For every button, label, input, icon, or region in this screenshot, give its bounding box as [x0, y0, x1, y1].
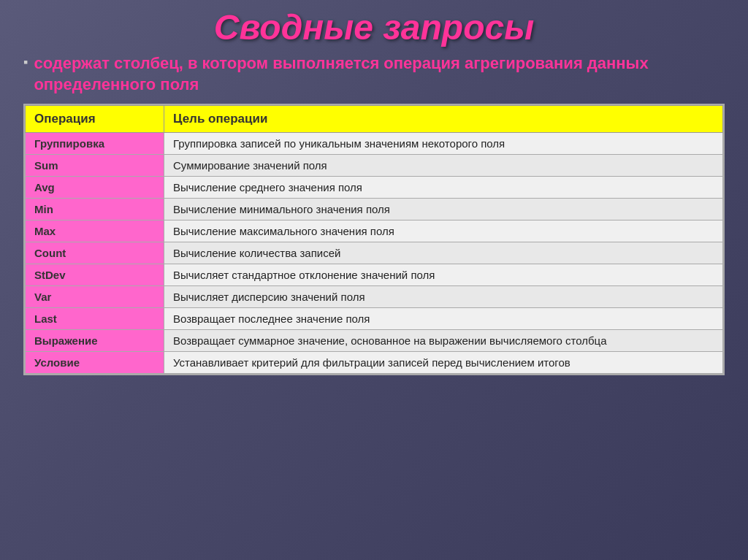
cell-description: Возвращает суммарное значение, основанно… — [164, 330, 723, 352]
cell-description: Суммирование значений поля — [164, 155, 723, 177]
cell-operation: Sum — [26, 155, 164, 177]
col-header-operation: Операция — [26, 106, 164, 133]
cell-operation: Count — [26, 242, 164, 264]
table-row: SumСуммирование значений поля — [26, 155, 723, 177]
col-header-description: Цель операции — [164, 106, 723, 133]
table-row: ВыражениеВозвращает суммарное значение, … — [26, 330, 723, 352]
cell-operation: Max — [26, 220, 164, 242]
bullet-icon: ▪ — [23, 55, 28, 70]
cell-operation: StDev — [26, 264, 164, 286]
cell-description: Вычисление минимального значения поля — [164, 199, 723, 220]
table-row: CountВычисление количества записей — [26, 242, 723, 264]
subtitle-text: содержат столбец, в котором выполняется … — [34, 53, 725, 95]
operations-table: Операция Цель операции ГруппировкаГруппи… — [25, 105, 723, 374]
table-row: ГруппировкаГруппировка записей по уникал… — [26, 133, 723, 155]
subtitle-container: ▪ содержат столбец, в котором выполняетс… — [23, 53, 725, 95]
main-table-container: Операция Цель операции ГруппировкаГруппи… — [23, 104, 725, 375]
cell-description: Вычисляет стандартное отклонение значени… — [164, 264, 723, 286]
cell-operation: Var — [26, 286, 164, 308]
cell-description: Вычисление максимального значения поля — [164, 220, 723, 242]
page-title: Сводные запросы — [214, 7, 534, 47]
cell-description: Устанавливает критерий для фильтрации за… — [164, 352, 723, 374]
cell-description: Вычисление среднего значения поля — [164, 177, 723, 199]
cell-operation: Last — [26, 308, 164, 330]
cell-operation: Группировка — [26, 133, 164, 155]
cell-description: Вычисляет дисперсию значений поля — [164, 286, 723, 308]
table-row: StDevВычисляет стандартное отклонение зн… — [26, 264, 723, 286]
cell-description: Вычисление количества записей — [164, 242, 723, 264]
cell-operation: Min — [26, 199, 164, 220]
table-row: MaxВычисление максимального значения пол… — [26, 220, 723, 242]
cell-operation: Avg — [26, 177, 164, 199]
cell-operation: Выражение — [26, 330, 164, 352]
table-row: AvgВычисление среднего значения поля — [26, 177, 723, 199]
table-row: MinВычисление минимального значения поля — [26, 199, 723, 220]
cell-description: Группировка записей по уникальным значен… — [164, 133, 723, 155]
cell-description: Возвращает последнее значение поля — [164, 308, 723, 330]
table-row: LastВозвращает последнее значение поля — [26, 308, 723, 330]
table-row: УсловиеУстанавливает критерий для фильтр… — [26, 352, 723, 374]
cell-operation: Условие — [26, 352, 164, 374]
table-header-row: Операция Цель операции — [26, 106, 723, 133]
table-row: VarВычисляет дисперсию значений поля — [26, 286, 723, 308]
